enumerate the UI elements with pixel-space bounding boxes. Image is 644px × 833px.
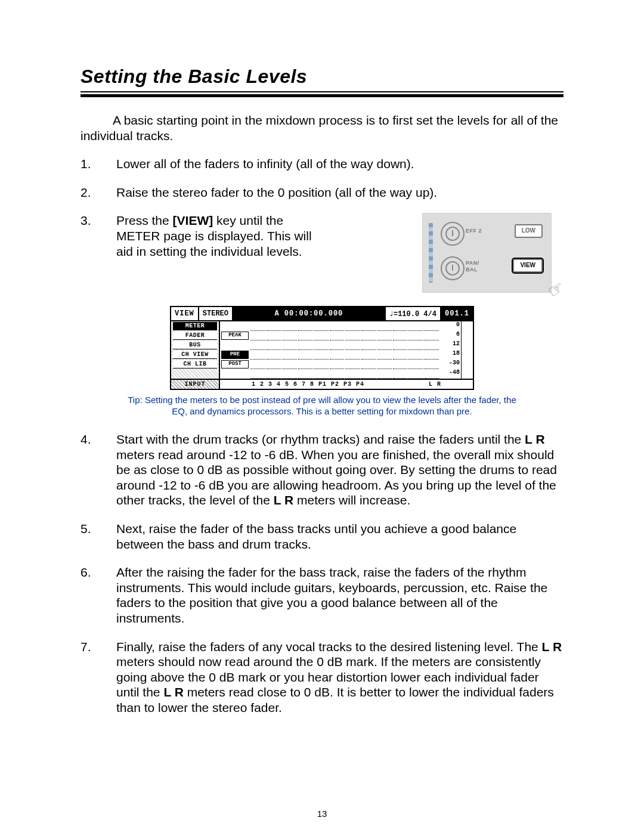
page-title: Setting the Basic Levels <box>80 66 564 88</box>
meter-screen: VIEW STEREO A 00:00:00.000 ♩=110.0 4/4 0… <box>170 306 474 390</box>
lr-text: L R <box>163 685 183 699</box>
low-button: LOW <box>515 224 543 237</box>
step-text: Finally, raise the faders of any vocal t… <box>116 639 564 716</box>
step-text: Raise the stereo fader to the 0 position… <box>116 185 564 200</box>
step-number: 5. <box>80 521 116 552</box>
input-columns: 1 2 3 4 5 6 7 8 P1 P2 P3 P4 L R <box>220 380 473 389</box>
tab-bus: BUS <box>173 341 217 349</box>
intro-paragraph: A basic starting point in the mixdown pr… <box>80 113 564 143</box>
step-7: 7. Finally, raise the faders of any voca… <box>80 639 564 716</box>
meter-view-label: VIEW <box>171 307 199 320</box>
view-key: [VIEW] <box>173 213 213 227</box>
hand-icon: ☞ <box>544 277 569 304</box>
led-strip <box>429 223 433 283</box>
step-number: 1. <box>80 156 116 172</box>
text-segment: Start with the drum tracks (or rhythm tr… <box>116 432 525 446</box>
meter-timecode: A 00:00:00.000 <box>233 307 386 320</box>
lr-text: L R <box>525 432 544 446</box>
scale-48: -48 <box>439 369 461 379</box>
step-2: 2. Raise the stereo fader to the 0 posit… <box>80 185 564 200</box>
title-rule <box>80 91 564 97</box>
pre-button: PRE <box>221 351 249 359</box>
meter-position: 001.1 <box>441 307 473 320</box>
tab-meter: METER <box>173 322 217 330</box>
text-segment: Press the <box>116 213 173 227</box>
step-number: 3. <box>80 213 116 293</box>
step-number: 2. <box>80 185 116 200</box>
scale-6: 6 <box>439 331 461 340</box>
tab-ch-lib: CH LIB <box>173 360 217 368</box>
meter-tempo: ♩=110.0 4/4 <box>386 307 441 320</box>
step-number: 4. <box>80 432 116 508</box>
post-button: POST <box>221 360 249 368</box>
step-6: 6. After the raising the fader for the b… <box>80 565 564 625</box>
device-panel: EFF 2 PAN/ BAL LOW VIEW ☞ <box>422 213 552 293</box>
step-text: Lower all of the faders to infinity (all… <box>116 156 564 172</box>
meter-matrix: 0 PEAK 6 12 PRE <box>220 321 473 379</box>
text-segment: Finally, raise the faders of any vocal t… <box>116 640 542 654</box>
step-5: 5. Next, raise the fader of the bass tra… <box>80 521 564 552</box>
panel-illustration: EFF 2 PAN/ BAL LOW VIEW ☞ <box>343 213 564 293</box>
step-text: Next, raise the fader of the bass tracks… <box>116 521 564 552</box>
input-label: INPUT <box>171 380 220 389</box>
steps-list: 1. Lower all of the faders to infinity (… <box>80 156 564 293</box>
meter-tabs: METER FADER BUS CH VIEW CH LIB <box>171 321 220 379</box>
panbal-label: PAN/ BAL <box>466 260 479 273</box>
lr-label: L R <box>429 381 441 388</box>
peak-button: PEAK <box>221 332 249 340</box>
scale-12: 12 <box>439 340 461 350</box>
step-number: 7. <box>80 639 116 716</box>
scale-0: 0 <box>439 321 461 331</box>
step-4: 4. Start with the drum tracks (or rhythm… <box>80 432 564 508</box>
meter-topbar: VIEW STEREO A 00:00:00.000 ♩=110.0 4/4 0… <box>171 307 473 321</box>
tip-text: Tip: Setting the meters to be post inste… <box>119 395 525 417</box>
meter-bottom: INPUT 1 2 3 4 5 6 7 8 P1 P2 P3 P4 L R <box>171 379 473 389</box>
tab-ch-view: CH VIEW <box>173 351 217 359</box>
step-text: Start with the drum tracks (or rhythm tr… <box>116 432 564 508</box>
scale-18: 18 <box>439 350 461 360</box>
text-segment: meters will increase. <box>293 493 410 507</box>
step-text: Press the [VIEW] key until the METER pag… <box>116 213 325 259</box>
eff2-knob <box>441 222 465 246</box>
lr-text: L R <box>274 493 293 507</box>
panbal-knob <box>441 256 465 280</box>
lr-column <box>461 321 473 379</box>
view-button: VIEW <box>513 259 543 272</box>
eff2-label: EFF 2 <box>466 228 482 234</box>
step-number: 6. <box>80 565 116 625</box>
input-numbers: 1 2 3 4 5 6 7 8 P1 P2 P3 P4 <box>252 381 364 388</box>
step-text: After the raising the fader for the bass… <box>116 565 564 625</box>
step-3: 3. Press the [VIEW] key until the METER … <box>80 213 564 293</box>
meter-stereo-label: STEREO <box>199 307 233 320</box>
tab-fader: FADER <box>173 332 217 340</box>
lr-text: L R <box>542 640 562 654</box>
step-1: 1. Lower all of the faders to infinity (… <box>80 156 564 172</box>
document-page: Setting the Basic Levels A basic startin… <box>0 0 644 833</box>
steps-list-cont: 4. Start with the drum tracks (or rhythm… <box>80 432 564 716</box>
scale-30: -30 <box>439 360 461 369</box>
page-number: 13 <box>0 809 644 819</box>
